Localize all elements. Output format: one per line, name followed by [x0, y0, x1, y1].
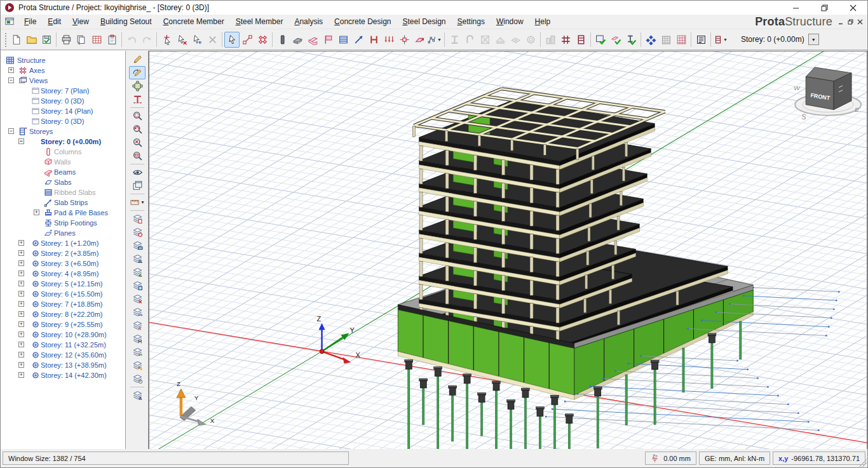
- ribbed-slab-tool-button[interactable]: [336, 32, 351, 48]
- tree-item-structure[interactable]: Structure: [1, 55, 125, 65]
- save-project-button[interactable]: [39, 32, 54, 48]
- collapse-icon[interactable]: −: [18, 138, 24, 144]
- layers-slab-strips-button[interactable]: [129, 279, 146, 292]
- orbit-view-button[interactable]: [129, 79, 146, 93]
- layers-hidden-members-button[interactable]: [129, 292, 146, 305]
- close-button[interactable]: [839, 1, 867, 15]
- tree-item-storey-3-6-50m[interactable]: +Storey: 3 (+6.50m): [1, 258, 125, 269]
- tree-item-storey-5-12-15m[interactable]: +Storey: 5 (+12.15m): [1, 279, 125, 289]
- tree-item-storey-14-42-30m[interactable]: +Storey: 14 (+42.30m): [1, 370, 125, 380]
- column-tool-button[interactable]: [275, 32, 290, 48]
- expand-icon[interactable]: +: [18, 250, 24, 256]
- member-check-button[interactable]: [608, 32, 623, 48]
- tree-item-storey-8-22-20m[interactable]: +Storey: 8 (+22.20m): [1, 309, 125, 319]
- menu-help[interactable]: Help: [529, 15, 557, 28]
- layers-beams-button[interactable]: [129, 239, 146, 252]
- tree-item-storey-0-0-00m[interactable]: −Storey: 0 (+0.00m): [1, 137, 125, 147]
- select-filtered-button[interactable]: [189, 32, 205, 48]
- section-tool-button[interactable]: [366, 32, 381, 48]
- expand-icon[interactable]: +: [18, 301, 24, 307]
- view-direction-button[interactable]: [129, 166, 146, 179]
- batch-print-button[interactable]: [74, 32, 89, 48]
- copy-view-button[interactable]: [129, 179, 146, 192]
- grid-display-check-button[interactable]: [674, 32, 689, 48]
- zoom-dynamic-button[interactable]: [129, 136, 146, 149]
- sketch-pan-button[interactable]: [129, 66, 146, 79]
- tree-item-storey-2-3-85m[interactable]: +Storey: 2 (+3.85m): [1, 248, 125, 258]
- layers-walls-button[interactable]: [129, 225, 146, 239]
- zoom-window-button[interactable]: [129, 109, 146, 123]
- polyline-tool-button[interactable]: ▼: [427, 32, 442, 48]
- new-project-button[interactable]: [8, 32, 24, 48]
- tree-item-storey-0-3d[interactable]: Storey: 0 (3D): [1, 116, 125, 126]
- mdi-minimize-button[interactable]: [836, 17, 846, 26]
- menu-steel-design[interactable]: Steel Design: [397, 15, 451, 28]
- pointer-select-button[interactable]: [224, 32, 240, 48]
- report-table-button[interactable]: [89, 32, 104, 48]
- expand-icon[interactable]: +: [18, 240, 24, 246]
- expand-icon[interactable]: +: [18, 342, 24, 347]
- expand-icon[interactable]: +: [18, 321, 24, 327]
- tree-item-views[interactable]: −Views: [1, 76, 125, 86]
- zoom-previous-button[interactable]: [129, 123, 146, 136]
- beam-tool-button[interactable]: [305, 32, 320, 48]
- tree-item-strip-footings[interactable]: Strip Footings: [1, 218, 125, 228]
- tree-item-slabs[interactable]: Slabs: [1, 177, 125, 187]
- move-node-tool-button[interactable]: [397, 32, 412, 48]
- tree-item-walls[interactable]: Walls: [1, 157, 125, 167]
- measure-tools-button[interactable]: ▼: [129, 196, 146, 209]
- menu-file[interactable]: File: [18, 15, 42, 28]
- tree-item-storey-14-plan[interactable]: Storey: 14 (Plan): [1, 106, 125, 116]
- model-canvas[interactable]: ZYXZYXFRONTWSE: [149, 51, 867, 450]
- report-viewer-button[interactable]: [693, 32, 709, 48]
- tree-item-storey-4-8-95m[interactable]: +Storey: 4 (+8.95m): [1, 269, 125, 279]
- tree-item-storey-7-plan[interactable]: Storey: 7 (Plan): [1, 86, 125, 96]
- tree-item-storey-13-38-95m[interactable]: +Storey: 13 (+38.95m): [1, 360, 125, 370]
- expand-icon[interactable]: +: [18, 352, 24, 358]
- tree-item-storey-0-3d[interactable]: Storey: 0 (3D): [1, 96, 125, 106]
- layers-nodes-button[interactable]: [129, 345, 146, 359]
- storey-selector[interactable]: Storey: 0 (+0.00m)▼: [737, 34, 819, 45]
- tree-item-storeys[interactable]: −Storeys: [1, 126, 125, 137]
- deselect-members-button[interactable]: [174, 32, 189, 48]
- layers-slabs-button[interactable]: [129, 252, 146, 265]
- resize-grip[interactable]: [858, 458, 867, 467]
- select-by-line-button[interactable]: [240, 32, 255, 48]
- layers-materials-button[interactable]: [129, 359, 146, 372]
- mdi-restore-button[interactable]: [846, 17, 855, 26]
- zoom-extents-button[interactable]: [129, 149, 146, 163]
- tree-item-storey-6-15-50m[interactable]: +Storey: 6 (+15.50m): [1, 289, 125, 299]
- building-display-button[interactable]: [658, 32, 674, 48]
- expand-icon[interactable]: +: [8, 67, 14, 73]
- layers-foundations-button[interactable]: [129, 265, 146, 279]
- tree-item-storey-12-35-60m[interactable]: +Storey: 12 (+35.60m): [1, 350, 125, 360]
- menu-window[interactable]: Window: [491, 15, 529, 28]
- panel-tool-button[interactable]: [320, 32, 336, 48]
- print-button[interactable]: [58, 32, 74, 48]
- model-check-button[interactable]: [593, 32, 608, 48]
- axes-grid-view-button[interactable]: [558, 32, 573, 48]
- load-tool-button[interactable]: [381, 32, 397, 48]
- layers-dimensions-button[interactable]: [129, 332, 146, 345]
- text-annotation-button[interactable]: [129, 93, 146, 106]
- tree-item-pad-pile-bases[interactable]: +Pad & Pile Bases: [1, 208, 125, 218]
- toolbar-grip[interactable]: [4, 32, 7, 47]
- report-clipboard-button[interactable]: [104, 32, 119, 48]
- tree-item-storey-10-28-90m[interactable]: +Storey: 10 (+28.90m): [1, 330, 125, 340]
- collapse-icon[interactable]: −: [8, 128, 14, 134]
- tree-item-storey-9-25-55m[interactable]: +Storey: 9 (+25.55m): [1, 319, 125, 330]
- axis-check-button[interactable]: [623, 32, 639, 48]
- storey-selector-dropdown-button[interactable]: ▼: [808, 34, 819, 45]
- menu-concrete-design[interactable]: Concrete Design: [329, 15, 397, 28]
- menu-concrete-member[interactable]: Concrete Member: [158, 15, 230, 28]
- layers-annotations-button[interactable]: A: [129, 389, 146, 402]
- layers-columns-button[interactable]: [129, 212, 146, 225]
- tree-item-axes[interactable]: +Axes: [1, 65, 125, 76]
- storey-frame-view-button[interactable]: [573, 32, 588, 48]
- select-axis-button[interactable]: [159, 32, 174, 48]
- tree-item-storey-1-1-20m[interactable]: +Storey: 1 (+1.20m): [1, 238, 125, 248]
- sketch-edit-button[interactable]: [129, 53, 146, 66]
- tree-item-ribbed-slabs[interactable]: Ribbed Slabs: [1, 187, 125, 197]
- expand-icon[interactable]: +: [18, 362, 24, 368]
- menu-analysis[interactable]: Analysis: [288, 15, 329, 28]
